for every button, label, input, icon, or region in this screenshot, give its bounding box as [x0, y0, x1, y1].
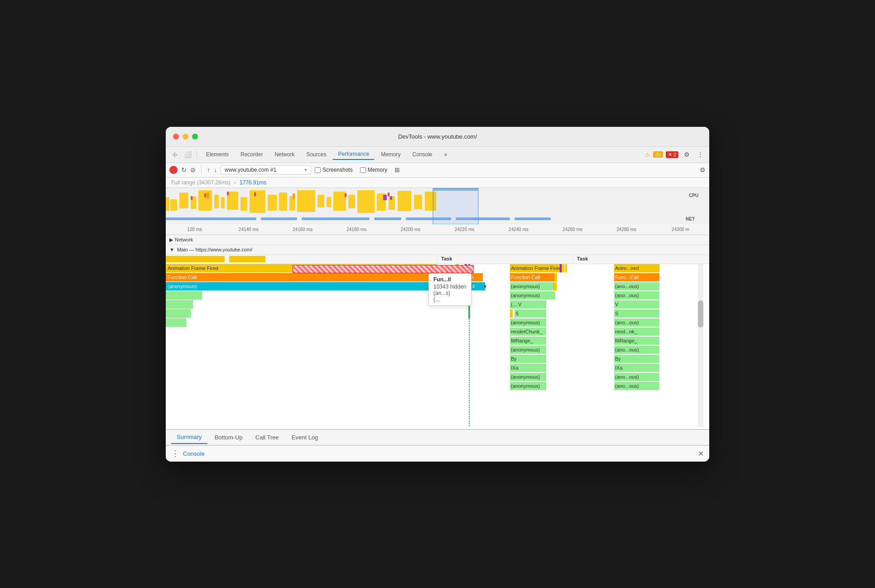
console-bar: ⋮ Console ✕: [166, 445, 709, 462]
upload-icon[interactable]: ↑: [207, 166, 210, 174]
more-options-icon[interactable]: ⋮: [695, 149, 706, 160]
memory-extra-icon[interactable]: ⊞: [394, 166, 400, 174]
download-icon[interactable]: ↓: [214, 166, 217, 174]
svg-rect-20: [357, 190, 375, 213]
maximize-button[interactable]: [192, 134, 198, 140]
svg-rect-13: [279, 193, 287, 211]
refresh-icon[interactable]: ↻: [181, 166, 187, 174]
svg-text:(ano...ous): (ano...ous): [615, 284, 639, 289]
svg-text:(anonymous): (anonymous): [511, 374, 540, 380]
svg-text:V: V: [615, 302, 619, 307]
tab-more[interactable]: »: [439, 149, 453, 159]
tooltip-hidden-count: 10343 hidden: [433, 284, 466, 290]
tab-sources[interactable]: Sources: [301, 149, 332, 159]
time-tick-2: 24160 ms: [275, 227, 329, 232]
window-title: DevTools - www.youtube.com/: [398, 133, 477, 140]
screenshots-checkbox-item[interactable]: Screenshots: [315, 167, 353, 173]
time-tick-7: 24260 ms: [545, 227, 599, 232]
traffic-lights: [173, 134, 198, 140]
tab-console[interactable]: Console: [407, 149, 438, 159]
svg-text:(anonymous): (anonymous): [511, 383, 540, 389]
memory-checkbox[interactable]: [360, 167, 366, 173]
url-dropdown-icon[interactable]: ▾: [304, 167, 307, 173]
sep2: [201, 165, 202, 174]
svg-rect-23: [398, 191, 411, 211]
timeline-overview[interactable]: CPU NET: [166, 188, 709, 224]
tab-event-log[interactable]: Event Log: [286, 431, 324, 443]
time-tick-0: 120 ms: [168, 227, 221, 232]
svg-text:(anonymous): (anonymous): [511, 293, 540, 298]
svg-text:Animation Frame Fired: Animation Frame Fired: [511, 265, 562, 271]
svg-rect-75: [554, 273, 557, 281]
network-expand-icon[interactable]: ▶: [169, 237, 173, 243]
tab-call-tree[interactable]: Call Tree: [250, 431, 284, 443]
svg-rect-39: [261, 217, 297, 220]
error-icon: ✕: [668, 152, 672, 157]
screenshots-checkbox[interactable]: [315, 167, 321, 173]
console-dots-icon[interactable]: ⋮: [171, 448, 179, 458]
svg-rect-56: [166, 318, 186, 327]
warn-icon: ⚠: [645, 151, 650, 158]
settings2-icon[interactable]: ⚙: [700, 166, 706, 174]
svg-rect-17: [327, 197, 331, 207]
tab-recorder[interactable]: Recorder: [235, 149, 268, 159]
svg-text:IXa: IXa: [615, 365, 623, 371]
svg-text:(... V: (... V: [511, 302, 522, 307]
warn-count[interactable]: 35: [653, 151, 663, 158]
flame-area: ▶ Network ▼ Main — https://www.youtube.c…: [166, 235, 709, 429]
url-bar[interactable]: www.youtube.com #1 ▾: [221, 165, 311, 174]
console-label[interactable]: Console: [183, 450, 205, 457]
svg-rect-28: [227, 192, 229, 195]
tab-network[interactable]: Network: [269, 149, 300, 159]
clear-icon[interactable]: ⊘: [190, 166, 196, 174]
svg-rect-83: [510, 309, 513, 318]
memory-checkbox-item[interactable]: Memory: [360, 167, 387, 173]
title-bar: DevTools - www.youtube.com/: [166, 127, 709, 147]
tooltip-title: Fun...ll: [433, 276, 466, 283]
main-expand-icon[interactable]: ▼: [169, 247, 174, 252]
mid-task-block2: [229, 256, 265, 262]
svg-rect-30: [345, 193, 346, 197]
tab-summary[interactable]: Summary: [171, 431, 207, 444]
select-element-icon[interactable]: ⊹: [169, 149, 180, 160]
range-bar: Full range (34307.26ms) › 1776.91ms: [166, 178, 709, 188]
tab-performance[interactable]: Performance: [332, 149, 375, 160]
svg-text:IXa: IXa: [511, 365, 519, 371]
device-toggle-icon[interactable]: ⬜: [182, 149, 193, 160]
col-headers: Task Task Task: [166, 255, 709, 264]
svg-rect-49: [166, 273, 437, 281]
time-tick-3: 24180 ms: [330, 227, 384, 232]
time-tick-5: 24220 ms: [438, 227, 491, 232]
time-tick-9: 24300 m: [654, 227, 707, 232]
right-col-header: Task: [573, 255, 709, 264]
svg-rect-19: [348, 195, 355, 208]
console-close-icon[interactable]: ✕: [698, 449, 704, 458]
selected-range: 1776.91ms: [240, 179, 266, 186]
svg-rect-4: [179, 193, 188, 208]
svg-rect-84: [514, 309, 546, 318]
svg-rect-32: [383, 195, 387, 200]
tab-memory[interactable]: Memory: [375, 149, 406, 159]
svg-text:Function Call: Function Call: [511, 275, 540, 280]
record-button[interactable]: [169, 166, 178, 174]
full-range-link[interactable]: Full range (34307.26ms): [171, 179, 231, 186]
screenshots-label: Screenshots: [322, 167, 353, 173]
svg-text:▼: ▼: [483, 284, 487, 289]
svg-rect-35: [293, 193, 295, 199]
tab-bottom-up[interactable]: Bottom-Up: [209, 431, 248, 443]
minimize-button[interactable]: [183, 134, 188, 140]
close-button[interactable]: [173, 134, 179, 140]
tab-elements[interactable]: Elements: [201, 149, 234, 159]
settings-icon[interactable]: ⚙: [681, 149, 692, 160]
svg-text:NET: NET: [686, 217, 695, 222]
svg-rect-78: [553, 282, 557, 290]
checkbox-group: Screenshots Memory ⊞: [315, 166, 400, 174]
error-count: 2: [673, 152, 676, 157]
svg-text:(anonymous): (anonymous): [511, 320, 540, 325]
svg-rect-12: [268, 195, 277, 211]
svg-rect-122: [614, 355, 659, 363]
svg-rect-110: [614, 300, 659, 308]
svg-rect-51: [166, 282, 437, 290]
mid-task-block: [166, 256, 225, 262]
url-text: www.youtube.com #1: [225, 167, 276, 173]
